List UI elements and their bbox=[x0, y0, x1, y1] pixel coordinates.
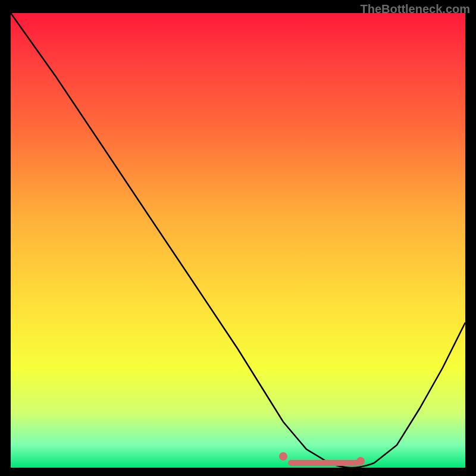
highlight-dot-right bbox=[356, 457, 365, 465]
plot-area bbox=[11, 13, 465, 468]
curve-path bbox=[11, 13, 465, 468]
highlight-dot-left bbox=[279, 452, 287, 461]
bottleneck-curve bbox=[11, 13, 465, 468]
watermark-text: TheBottleneck.com bbox=[361, 2, 470, 16]
highlight-bar bbox=[288, 460, 361, 466]
